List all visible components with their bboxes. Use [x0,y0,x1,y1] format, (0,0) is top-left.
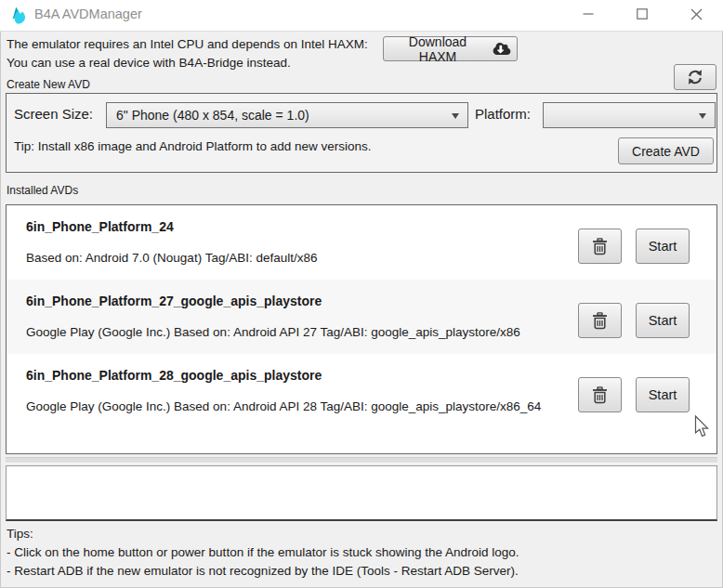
refresh-button[interactable] [674,64,716,90]
download-haxm-label: Download HAXM [389,34,486,64]
b4a-logo-icon [10,6,30,25]
screen-size-value: 6" Phone (480 x 854, scale = 1.0) [116,108,309,123]
start-avd-button[interactable]: Start [636,303,690,338]
avd-description: Google Play (Google Inc.) Based on: Andr… [26,399,541,413]
close-button[interactable] [669,0,723,31]
delete-avd-button[interactable] [578,377,622,412]
titlebar: B4A AVDManager [0,0,723,32]
create-avd-button[interactable]: Create AVD [618,137,714,164]
maximize-icon [637,8,648,22]
create-avd-group-label: Create New AVD [7,78,90,91]
avd-row: 6in_Phone_Platform_27_google_apis_playst… [7,280,716,354]
avd-name: 6in_Phone_Platform_28_google_apis_playst… [26,368,322,383]
avd-row: 6in_Phone_Platform_24 Based on: Android … [7,205,716,280]
trash-icon [592,386,608,404]
avd-row: 6in_Phone_Platform_28_google_apis_playst… [7,354,716,428]
chevron-down-icon [699,113,706,119]
delete-avd-button[interactable] [578,303,622,338]
avd-description: Based on: Android 7.0 (Nougat) Tag/ABI: … [26,251,317,265]
window-controls [561,0,723,31]
installed-avds-groupbox: 6in_Phone_Platform_24 Based on: Android … [6,204,717,454]
splitter-handle[interactable] [6,457,717,464]
haxm-notice-line1: The emulator requires an Intel CPU and d… [7,35,368,54]
trash-icon [592,312,608,330]
chevron-down-icon [452,113,459,119]
start-avd-button[interactable]: Start [636,229,690,264]
haxm-notice-line2: You can use a real device with B4A-Bridg… [7,54,368,72]
trash-icon [592,238,608,255]
avd-name: 6in_Phone_Platform_27_google_apis_playst… [26,294,322,308]
start-avd-button[interactable]: Start [636,377,690,412]
delete-avd-button[interactable] [578,229,622,264]
cloud-download-icon [493,42,511,56]
minimize-button[interactable] [561,0,615,31]
haxm-notice: The emulator requires an Intel CPU and d… [7,35,368,72]
avd-manager-window: { "window": { "title": "B4A AVDManager" … [0,0,723,588]
platform-dropdown[interactable] [543,102,716,128]
log-output-area[interactable] [6,465,717,521]
create-avd-groupbox: Screen Size: 6" Phone (480 x 854, scale … [6,93,717,173]
maximize-button[interactable] [615,0,669,31]
refresh-icon [687,69,703,85]
window-title: B4A AVDManager [34,7,142,21]
tip-item: - Click on the home button or power butt… [7,543,519,562]
screen-size-label: Screen Size: [14,106,93,122]
platform-label: Platform: [475,106,531,122]
avd-description: Google Play (Google Inc.) Based on: Andr… [26,325,520,339]
tip-item: - Restart ADB if the new emulator is not… [7,562,519,581]
close-icon [690,8,703,23]
installed-avds-group-label: Installed AVDs [7,184,78,197]
tips-title: Tips: [7,525,519,543]
minimize-icon [583,8,594,22]
download-haxm-button[interactable]: Download HAXM [383,36,518,61]
create-avd-tip: Tip: Install x86 image and Android Platf… [14,139,371,153]
tips-section: Tips: - Click on the home button or powe… [7,525,519,581]
avd-name: 6in_Phone_Platform_24 [26,219,174,234]
screen-size-dropdown[interactable]: 6" Phone (480 x 854, scale = 1.0) [106,102,468,128]
